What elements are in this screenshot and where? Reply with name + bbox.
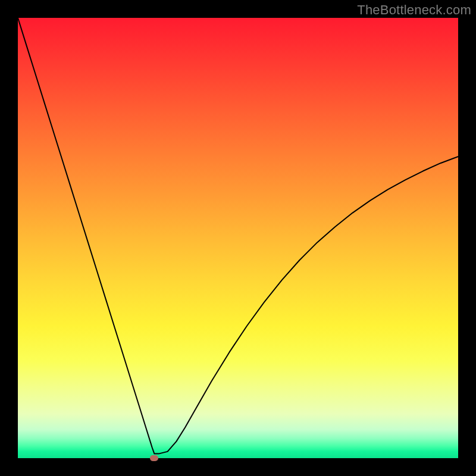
chart-frame: TheBottleneck.com: [0, 0, 476, 476]
plot-area: [18, 18, 458, 458]
watermark-text: TheBottleneck.com: [357, 2, 471, 18]
optimal-point-marker: [150, 455, 158, 461]
curve-layer: [18, 18, 458, 458]
bottleneck-curve: [18, 18, 458, 454]
